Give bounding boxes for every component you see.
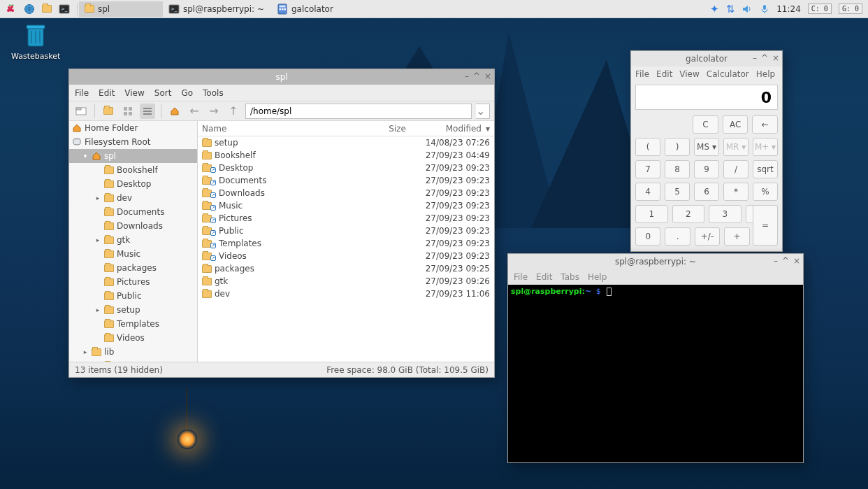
file-row[interactable]: ↗Pictures27/09/23 09:23 [198, 212, 494, 225]
menu-help[interactable]: Help [588, 272, 607, 282]
minimize-button[interactable]: – [465, 71, 469, 81]
tree-item[interactable]: Documents [69, 205, 197, 219]
key-mplus[interactable]: M+ ▾ [753, 138, 778, 156]
tree-item[interactable]: ▸lib [69, 345, 197, 359]
file-row[interactable]: ↗Music27/09/23 09:23 [198, 199, 494, 212]
path-input[interactable] [245, 104, 472, 119]
menu-view[interactable]: View [679, 69, 699, 79]
clock[interactable]: 11:24 [776, 4, 801, 14]
tree-item[interactable]: ▸dev [69, 191, 197, 205]
menu-go[interactable]: Go [181, 88, 193, 98]
close-button[interactable]: × [484, 71, 491, 81]
network-icon[interactable]: ⇅ [726, 3, 735, 15]
nav-up-button[interactable]: ↑ [226, 104, 241, 119]
web-browser-icon[interactable] [21, 1, 38, 17]
key-dot[interactable]: . [665, 227, 690, 246]
volume-icon[interactable] [742, 3, 753, 15]
key-0[interactable]: 0 [635, 227, 660, 246]
key-paren-open[interactable]: ( [635, 138, 660, 156]
file-manager-titlebar[interactable]: spl – ^ × [69, 69, 494, 85]
menu-file[interactable]: File [75, 88, 89, 98]
minimize-button[interactable]: – [753, 53, 757, 63]
key-backspace[interactable]: ← [752, 115, 778, 134]
bluetooth-icon[interactable]: ✦ [710, 3, 719, 15]
key-6[interactable]: 6 [694, 183, 719, 201]
file-row[interactable]: ↗Documents27/09/23 09:23 [198, 174, 494, 187]
tree-item[interactable]: Desktop [69, 177, 197, 191]
close-button[interactable]: × [772, 53, 779, 63]
nav-forward-button[interactable]: → [206, 104, 222, 119]
tree-item[interactable]: Public [69, 289, 197, 303]
tree-item[interactable]: Downloads [69, 219, 197, 233]
menu-edit[interactable]: Edit [656, 69, 672, 79]
key-paren-close[interactable]: ) [665, 138, 690, 156]
tree-item[interactable]: Music [69, 247, 197, 261]
col-name[interactable]: Name [202, 124, 364, 134]
minimize-button[interactable]: – [774, 256, 778, 266]
key-mr[interactable]: MR ▾ [723, 138, 748, 156]
tree-item[interactable]: Bookshelf [69, 163, 197, 177]
file-row[interactable]: gtk27/09/23 09:26 [198, 275, 494, 288]
gpu-monitor[interactable]: G: 0 [839, 3, 862, 14]
close-button[interactable]: × [793, 256, 800, 266]
key-equals[interactable]: = [753, 205, 778, 246]
key-ms[interactable]: MS ▾ [694, 138, 719, 156]
key-mul[interactable]: * [723, 183, 748, 201]
tree-item[interactable]: Pictures [69, 275, 197, 289]
tree-item[interactable]: Templates [69, 317, 197, 331]
file-row[interactable]: ↗Public27/09/23 09:23 [198, 225, 494, 237]
menu-edit[interactable]: Edit [536, 272, 552, 282]
file-row[interactable]: dev27/09/23 11:06 [198, 288, 494, 300]
menu-view[interactable]: View [124, 88, 144, 98]
nav-back-button[interactable]: ← [187, 104, 202, 119]
key-1[interactable]: 1 [635, 205, 668, 223]
menu-calculator[interactable]: Calculator [707, 69, 749, 79]
menu-edit[interactable]: Edit [99, 88, 115, 98]
desktop-wastebasket[interactable]: Wastebasket [11, 21, 60, 61]
tree-item[interactable]: Videos [69, 331, 197, 345]
key-sqrt[interactable]: sqrt [753, 160, 778, 178]
col-modified[interactable]: Modified▾ [406, 124, 490, 134]
menu-file[interactable]: File [514, 272, 528, 282]
maximize-button[interactable]: ^ [782, 256, 789, 266]
tree-item[interactable]: ▾spl [69, 149, 197, 163]
file-row[interactable]: ↗Templates27/09/23 09:23 [198, 237, 494, 250]
calculator-titlebar[interactable]: galcolator – ^ × [631, 51, 782, 66]
key-allclear[interactable]: AC [723, 115, 748, 134]
menu-tools[interactable]: Tools [203, 88, 224, 98]
menu-sort[interactable]: Sort [154, 88, 172, 98]
file-row[interactable]: setup14/08/23 07:26 [198, 136, 494, 149]
nav-home-button[interactable] [167, 104, 182, 119]
maximize-button[interactable]: ^ [761, 53, 768, 63]
task-file-manager[interactable]: spl [79, 1, 163, 17]
tree-item[interactable]: ▸gtk [69, 233, 197, 247]
key-add[interactable]: + [724, 227, 749, 246]
new-tab-button[interactable] [73, 104, 89, 119]
file-row[interactable]: ↗Downloads27/09/23 09:23 [198, 187, 494, 199]
key-sign[interactable]: +/- [695, 227, 720, 246]
menu-tabs[interactable]: Tabs [560, 272, 579, 282]
key-clear[interactable]: C [693, 115, 718, 134]
key-div[interactable]: / [723, 160, 748, 178]
task-terminal[interactable]: >_ spl@raspberrypi: ~ [163, 1, 271, 17]
col-size[interactable]: Size [364, 124, 406, 134]
terminal-titlebar[interactable]: spl@raspberrypi: ~ – ^ × [508, 254, 803, 269]
menu-file[interactable]: File [635, 69, 649, 79]
maximize-button[interactable]: ^ [473, 71, 480, 81]
key-4[interactable]: 4 [635, 183, 660, 201]
terminal-icon[interactable]: >_ [56, 1, 73, 17]
microphone-icon[interactable] [760, 4, 769, 14]
key-9[interactable]: 9 [694, 160, 719, 178]
path-history-button[interactable]: ⌄ [476, 104, 490, 119]
key-3[interactable]: 3 [709, 205, 742, 223]
menu-help[interactable]: Help [756, 69, 775, 79]
key-5[interactable]: 5 [665, 183, 690, 201]
file-row[interactable]: ↗Desktop27/09/23 09:23 [198, 162, 494, 174]
key-mod[interactable]: % [753, 183, 778, 201]
file-manager-icon[interactable] [39, 1, 55, 17]
key-7[interactable]: 7 [635, 160, 660, 178]
task-calculator[interactable]: galcolator [271, 1, 355, 17]
file-row[interactable]: packages27/09/23 09:25 [198, 262, 494, 275]
terminal-body[interactable]: spl@raspberrypi:~ $ [508, 285, 803, 462]
view-list-button[interactable] [140, 104, 155, 119]
